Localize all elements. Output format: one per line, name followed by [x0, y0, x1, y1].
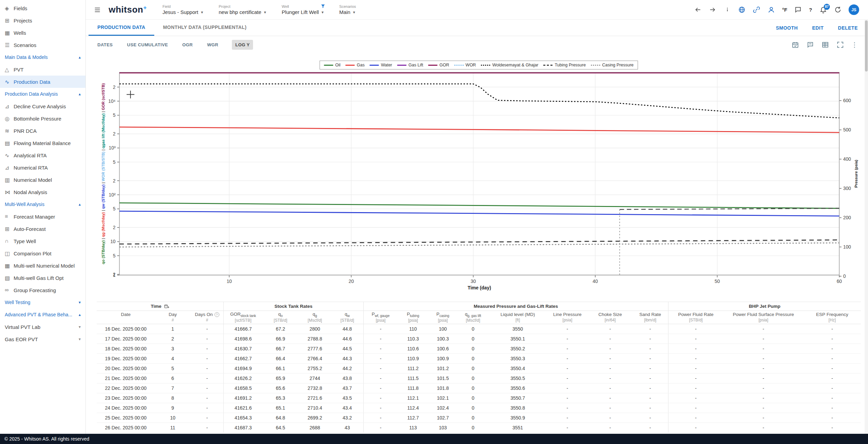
field-selector[interactable]: Field Jesus - Support▾ — [162, 4, 203, 15]
legend-item-gas[interactable]: Gas — [346, 63, 365, 67]
info-icon[interactable] — [724, 6, 731, 14]
sidebar-section-advanced-pvt-phase-beha[interactable]: Advanced PVT & Phase Beha...▴ — [0, 308, 85, 321]
column-header-liquid-level-md[interactable]: Liquid level (MD)[ft] — [489, 311, 547, 324]
feedback-icon[interactable] — [794, 6, 802, 14]
sidebar-item-group-forecasting[interactable]: ∞Group Forecasting — [0, 284, 85, 296]
avatar[interactable]: JS — [849, 4, 859, 15]
fullscreen-icon[interactable] — [836, 41, 844, 48]
tab-production-data[interactable]: PRODUCTION DATA — [89, 20, 154, 36]
column-header-day[interactable]: Day# — [155, 311, 191, 324]
sidebar-item-fields[interactable]: ◈Fields — [0, 2, 85, 14]
filter-icon[interactable] — [320, 4, 326, 9]
column-header-days-on[interactable]: Days On?# — [191, 311, 223, 324]
wgr-button[interactable]: WGR — [206, 40, 219, 50]
delete-button[interactable]: DELETE — [838, 25, 858, 31]
sidebar-item-pnr-dca[interactable]: ≋PNR DCA — [0, 125, 85, 137]
sidebar-item-analytical-rta[interactable]: ∿Analytical RTA — [0, 149, 85, 161]
sidebar-item-multi-well-gas-lift-opt[interactable]: ▧Multi-well Gas Lift Opt — [0, 272, 85, 284]
legend-item-gas-lift[interactable]: Gas Lift — [397, 63, 423, 67]
table-row[interactable]: 19 Dec. 2025 00:004-41662.766.42766.444.… — [97, 354, 861, 364]
sidebar-item-numerical-model[interactable]: ▥Numerical Model — [0, 174, 85, 186]
column-header-q-g[interactable]: qg[Mscf/d] — [298, 311, 331, 324]
log-y-button[interactable]: LOG Y — [232, 40, 253, 50]
notifications-icon[interactable]: 87 — [819, 6, 827, 14]
calendar-icon[interactable] — [791, 41, 799, 48]
column-header-gor-stock-tank[interactable]: GORstock tank[scf/STB] — [223, 311, 262, 324]
account-icon[interactable] — [768, 6, 775, 14]
column-header-q-g-gas-lift[interactable]: qg, gas lift[Mscf/d] — [457, 311, 489, 324]
menu-icon[interactable] — [94, 6, 101, 14]
column-header-p-wf-gauge[interactable]: Pwf, gauge[psia] — [363, 311, 398, 324]
sidebar-section-main-data-models[interactable]: Main Data & Models▴ — [0, 51, 85, 63]
sidebar-item-virtual-pvt-lab[interactable]: Virtual PVT Lab▾ — [0, 321, 85, 333]
legend-item-woldesemayat-ghajar[interactable]: Woldesemayat & Ghajar — [481, 63, 538, 67]
ogr-button[interactable]: OGR — [182, 40, 193, 50]
sidebar-item-nodal-analysis[interactable]: ⋈Nodal Analysis — [0, 186, 85, 198]
table-row[interactable]: 22 Dec. 2025 00:007-41658.565.62732.843.… — [97, 383, 861, 393]
sidebar-item-pvt[interactable]: △PVT — [0, 63, 85, 76]
column-header-date[interactable]: Date — [97, 311, 155, 324]
sidebar-item-multi-well-numerical-model[interactable]: ▦Multi-well Numerical Model — [0, 259, 85, 272]
sidebar-item-scenarios[interactable]: ☰Scenarios — [0, 39, 85, 51]
sidebar-section-multi-well-analysis[interactable]: Multi-Well Analysis▴ — [0, 198, 85, 210]
production-chart[interactable]: OilGasWaterGas LiftGORWORWoldesemayat & … — [97, 55, 861, 299]
table-row[interactable]: 23 Dec. 2025 00:008-41691.265.32721.643.… — [97, 393, 861, 403]
logo[interactable]: whitson+ — [109, 4, 147, 15]
well-selector[interactable]: Well Plunger Lift Well▾ — [282, 4, 323, 15]
table-row[interactable]: 18 Dec. 2025 00:003-41630.766.72777.644.… — [97, 344, 861, 354]
sidebar-item-bottomhole-pressure[interactable]: ◎Bottomhole Pressure — [0, 112, 85, 125]
table-row[interactable]: 20 Dec. 2025 00:005-41694.966.12755.244.… — [97, 364, 861, 374]
help-circle-icon[interactable]: ? — [215, 312, 219, 317]
sidebar-item-projects[interactable]: ⊞Projects — [0, 14, 85, 27]
sidebar-item-auto-forecast[interactable]: ⊞Auto-Forecast — [0, 223, 85, 235]
sidebar-item-comparison-plot[interactable]: ◫Comparison Plot — [0, 247, 85, 259]
sidebar-item-numerical-rta[interactable]: ⊿Numerical RTA — [0, 161, 85, 174]
table-row[interactable]: 21 Dec. 2025 00:006-41626.265.9274443.8-… — [97, 374, 861, 383]
tab-monthly-data-supplemental[interactable]: MONTHLY DATA (SUPPLEMENTAL) — [154, 20, 255, 36]
globe-icon[interactable] — [738, 6, 746, 14]
use-cumulative-button[interactable]: USE CUMULATIVE — [126, 40, 169, 50]
forward-icon[interactable] — [709, 6, 716, 14]
calendar-sort-icon[interactable] — [164, 304, 169, 309]
edit-button[interactable]: EDIT — [812, 25, 824, 31]
table-row[interactable]: 25 Dec. 2025 00:0010-41654.364.82699.243… — [97, 413, 861, 423]
column-header-sand-rate[interactable]: Sand Rate[lbm/d] — [632, 311, 668, 324]
sidebar-section-production-data-analysis[interactable]: Production Data Analysis▴ — [0, 88, 85, 100]
scrollbar[interactable] — [865, 20, 868, 434]
sidebar-item-gas-eor-pvt[interactable]: Gas EOR PVT▾ — [0, 333, 85, 345]
column-header-p-tubing[interactable]: Ptubing[psia] — [398, 311, 428, 324]
temperature-unit-toggle[interactable]: °F — [782, 6, 787, 14]
legend-item-gor[interactable]: GOR — [428, 63, 449, 67]
column-header-line-pressure[interactable]: Line Pressure[psia] — [547, 311, 588, 324]
sidebar-item-type-well[interactable]: ∩Type Well — [0, 235, 85, 247]
chart-canvas[interactable]: 102030405060210⁴5210³5210²52105210100200… — [97, 55, 861, 299]
column-header-esp-frequency[interactable]: ESP Frequency[Hz] — [804, 311, 861, 324]
legend-item-oil[interactable]: Oil — [324, 63, 340, 67]
table-row[interactable]: 26 Dec. 2025 00:0011-41687.364.5268843-1… — [97, 423, 861, 433]
smooth-button[interactable]: SMOOTH — [776, 25, 798, 31]
comment-icon[interactable] — [806, 41, 814, 48]
table-row[interactable]: 17 Dec. 2025 00:002-41698.666.92788.844.… — [97, 334, 861, 344]
sidebar-item-production-data[interactable]: ∿Production Data — [0, 76, 85, 88]
column-header-p-casing[interactable]: Pcasing[psia] — [428, 311, 457, 324]
legend-item-casing-pressure[interactable]: Casing Pressure — [591, 63, 633, 67]
sidebar-item-decline-curve-analysis[interactable]: ⊿Decline Curve Analysis — [0, 100, 85, 112]
sidebar-item-forecast-manager[interactable]: ≡Forecast Manager — [0, 210, 85, 223]
link-icon[interactable] — [753, 6, 760, 14]
sidebar-section-well-testing[interactable]: Well Testing▾ — [0, 296, 85, 308]
scenarios-selector[interactable]: Scenarios Main▾ — [339, 4, 356, 15]
column-header-power-fluid-rate[interactable]: Power Fluid Rate[STB/d] — [668, 311, 723, 324]
column-header-q-w[interactable]: qw[STB/d] — [331, 311, 363, 324]
table-icon[interactable] — [821, 41, 829, 48]
table-row[interactable]: 16 Dec. 2025 00:001-41666.767.2280044.8-… — [97, 324, 861, 334]
sidebar-item-wells[interactable]: ▦Wells — [0, 27, 85, 39]
help-icon[interactable]: ? — [809, 6, 812, 14]
refresh-icon[interactable] — [834, 6, 841, 14]
column-header-q-o[interactable]: qo[STB/d] — [263, 311, 298, 324]
legend-item-wor[interactable]: WOR — [454, 63, 476, 67]
dates-button[interactable]: DATES — [97, 40, 113, 50]
column-header-power-fluid-surface-pressure[interactable]: Power Fluid Surface Pressure[psia] — [723, 311, 804, 324]
legend-item-water[interactable]: Water — [370, 63, 392, 67]
back-icon[interactable] — [694, 6, 702, 14]
more-options-icon[interactable]: ⋮ — [851, 41, 858, 49]
